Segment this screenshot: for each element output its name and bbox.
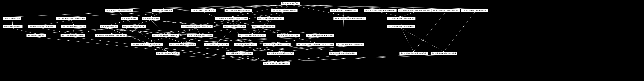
node-LedgerStaff[interactable]: lino_xl.lib.accounting.roles.LedgerStaff	[387, 25, 416, 28]
node-CoursesUser[interactable]: lino_xl.lib.courses.roles.CoursesUser	[152, 34, 179, 37]
node-label: lino_xl.lib.contacts.roles.ContactsUser	[338, 44, 363, 45]
node-label: lino.modlib.office.roles.OfficeUser	[63, 26, 85, 27]
node-UploadsReader[interactable]: lino.modlib.uploads.roles.UploadsReader	[56, 17, 86, 20]
node-OfficeUser[interactable]: lino.modlib.office.roles.OfficeUser	[61, 25, 86, 28]
node-label: lino.core.roles.Supervisor	[4, 26, 21, 27]
edge	[109, 28, 343, 52]
node-label: lino_xl.lib.excerpts.roles.ExcerptsStaff	[264, 44, 289, 45]
node-ContactsUser[interactable]: lino_xl.lib.contacts.roles.ContactsUser	[336, 43, 364, 46]
node-LedgerUser[interactable]: lino_xl.lib.accounting.roles.LedgerUser	[387, 17, 416, 20]
node-VotesUser[interactable]: lino_xl.lib.votes.roles.VotesUser	[122, 25, 146, 28]
node-label: lino_noi.lib.noi.user_types.SiteAdmin	[264, 63, 288, 64]
node-Developer[interactable]: lino_noi.lib.noi.user_types.Developer	[226, 52, 253, 55]
node-SiteStaff[interactable]: lino.core.roles.SiteStaff	[100, 25, 118, 28]
node-InvoicingStaff[interactable]: lino_xl.lib.invoicing.roles.InvoicingSta…	[399, 52, 428, 55]
node-PrivateCommentsReader[interactable]: lino.modlib.comments.roles.PrivateCommen…	[296, 43, 334, 46]
node-label: lino_xl.lib.tickets.roles.TicketsStaff	[206, 44, 228, 45]
node-AccountingReader[interactable]: lino_xl.lib.accounting.roles.AccountingR…	[364, 9, 397, 12]
edge	[414, 12, 446, 52]
node-Worker[interactable]: lino_xl.lib.working.roles.Worker	[276, 34, 300, 37]
node-Reporter[interactable]: lino_xl.lib.tickets.roles.Reporter	[222, 25, 246, 28]
node-label: lino.modlib.uploads.roles.UploadsReader	[58, 17, 85, 19]
node-SiteAdminCore[interactable]: lino.core.roles.SiteAdmin	[26, 34, 46, 37]
node-CommentsReader[interactable]: lino.modlib.comments.roles.CommentsReade…	[215, 17, 248, 20]
node-label: lino_xl.lib.accounting.roles.VoucherSupe…	[400, 9, 430, 11]
node-SiteUser[interactable]: lino.core.roles.SiteUser	[142, 17, 160, 20]
node-label: lino_xl.lib.votes.roles.VotesUser	[123, 26, 144, 27]
node-label: lino_xl.lib.courses.roles.CoursesUser	[153, 35, 178, 36]
node-StorageUser[interactable]: lino_xl.lib.storage.roles.StorageUser	[461, 9, 488, 12]
node-label: lino_xl.lib.contacts.roles.SimpleContact…	[335, 17, 364, 19]
node-NoiSiteAdmin[interactable]: lino_noi.lib.noi.user_types.SiteAdmin	[262, 62, 290, 65]
node-Supervisor[interactable]: lino.core.roles.Supervisor	[3, 25, 23, 28]
node-SimpleContactsUser[interactable]: lino_xl.lib.contacts.roles.SimpleContact…	[333, 17, 366, 20]
node-OfficeOperator[interactable]: lino.modlib.office.roles.OfficeOperator	[28, 25, 56, 28]
node-Expert[interactable]: lino.core.roles.Expert	[121, 17, 138, 20]
edge	[276, 55, 414, 62]
node-CommentsUser[interactable]: lino.modlib.comments.roles.CommentsUser	[181, 25, 213, 28]
node-CalendarReader[interactable]: lino_xl.lib.cal.roles.CalendarReader	[271, 9, 298, 12]
edge	[232, 20, 234, 25]
edge	[401, 28, 444, 52]
node-UserRole[interactable]: lino.core.roles.UserRole	[281, 1, 300, 5]
edge	[276, 55, 444, 62]
edge	[380, 12, 401, 17]
edge	[166, 12, 284, 34]
edge	[71, 20, 74, 25]
node-TopicsUser[interactable]: lino_xl.lib.topics.roles.TopicsUser	[191, 9, 216, 12]
node-SimpleVotesUser[interactable]: lino_xl.lib.votes.roles.SimpleVotesUser	[104, 9, 133, 12]
inheritance-graph: lino.core.roles.UserRolelino_xl.lib.vote…	[0, 0, 644, 81]
node-OfficeStaff[interactable]: lino.modlib.office.roles.OfficeStaff	[60, 34, 86, 37]
node-label: lino.modlib.search.roles.SiteSearcher	[226, 9, 250, 11]
node-DataExporter[interactable]: lino.core.roles.DataExporter	[152, 9, 174, 12]
node-label: lino.core.roles.Expert	[122, 17, 136, 19]
node-label: lino_xl.lib.tickets.roles.Searcher	[253, 26, 274, 27]
node-VoucherSupervisor[interactable]: lino_xl.lib.accounting.roles.VoucherSupe…	[398, 9, 431, 12]
node-label: lino_xl.lib.topics.roles.TopicsUser	[193, 9, 214, 11]
edge	[134, 20, 151, 25]
node-TicketsStaff[interactable]: lino_xl.lib.tickets.roles.TicketsStaff	[204, 43, 230, 46]
node-label: lino.modlib.office.roles.OfficeStaff	[62, 35, 84, 36]
edge	[444, 12, 475, 52]
edge	[240, 55, 276, 62]
edge	[276, 55, 281, 62]
node-Contributor[interactable]: lino_noi.lib.noi.user_types.Contributor	[168, 43, 196, 46]
node-InvoicingUser[interactable]: lino_xl.lib.invoicing.roles.InvoicingUse…	[431, 9, 460, 12]
node-TicketsReader[interactable]: lino_xl.lib.tickets.roles.TicketsReader	[257, 17, 284, 20]
node-label: lino.core.roles.SiteUser	[144, 17, 159, 19]
node-label: lino_noi.lib.noi.user_types.Anonymous	[239, 35, 264, 36]
node-CommentsStaff[interactable]: lino.modlib.comments.roles.CommentsStaff	[131, 43, 163, 46]
node-label: lino.core.roles.UserRole	[282, 2, 298, 4]
node-label: lino_xl.lib.contacts.roles.ContactsStaff	[268, 52, 293, 54]
node-label: lino_xl.lib.tickets.roles.Triager	[236, 44, 255, 45]
edge	[12, 20, 13, 25]
node-ExcerptsUser[interactable]: lino_xl.lib.excerpts.roles.ExcerptsUser	[306, 34, 334, 37]
edge	[109, 20, 130, 25]
edge	[71, 5, 290, 17]
node-ProductsStaff[interactable]: lino_xl.lib.products.roles.ProductsStaff	[328, 52, 357, 55]
edge	[200, 28, 234, 34]
node-Customer[interactable]: lino_noi.lib.noi.user_types.Customer	[186, 34, 214, 37]
node-Explorer[interactable]: lino.core.roles.Explorer	[3, 17, 22, 20]
node-ProductsUser[interactable]: lino_xl.lib.products.roles.ProductsUser	[330, 9, 358, 12]
node-label: lino_noi.lib.noi.user_types.Developer	[228, 52, 252, 54]
node-CheckdataUser[interactable]: lino.modlib.checkdata.roles.CheckdataUse…	[95, 34, 127, 37]
edge	[182, 46, 240, 52]
node-StorageStaff[interactable]: lino_xl.lib.storage.roles.StorageStaff	[430, 52, 457, 55]
node-label: lino.modlib.comments.roles.PrivateCommen…	[298, 44, 333, 45]
node-SiteSearcher[interactable]: lino.modlib.search.roles.SiteSearcher	[224, 9, 252, 12]
node-ExcerptsStaff[interactable]: lino_xl.lib.excerpts.roles.ExcerptsStaff	[262, 43, 291, 46]
node-label: lino_xl.lib.cal.roles.CalendarReader	[273, 9, 296, 11]
node-label: lino.modlib.comments.roles.CommentsStaff	[133, 44, 161, 45]
node-label: lino_xl.lib.invoicing.roles.InvoicingSta…	[401, 52, 426, 54]
node-Anonymous[interactable]: lino_noi.lib.noi.user_types.Anonymous	[238, 34, 266, 37]
node-label: lino_xl.lib.invoicing.roles.InvoicingUse…	[433, 9, 458, 11]
node-label: lino_xl.lib.accounting.roles.LedgerUser	[388, 17, 414, 19]
edge	[240, 46, 316, 52]
node-label: lino_xl.lib.storage.roles.StorageUser	[463, 9, 487, 11]
node-label: lino_xl.lib.votes.roles.SimpleVotesUser	[106, 9, 132, 11]
node-Searcher[interactable]: lino_xl.lib.tickets.roles.Searcher	[252, 25, 276, 28]
node-Triager[interactable]: lino_xl.lib.tickets.roles.Triager	[234, 43, 257, 46]
node-VotesStaff[interactable]: lino_xl.lib.votes.roles.VotesStaff	[156, 52, 180, 55]
node-ContactsStaff[interactable]: lino_xl.lib.contacts.roles.ContactsStaff	[266, 52, 294, 55]
